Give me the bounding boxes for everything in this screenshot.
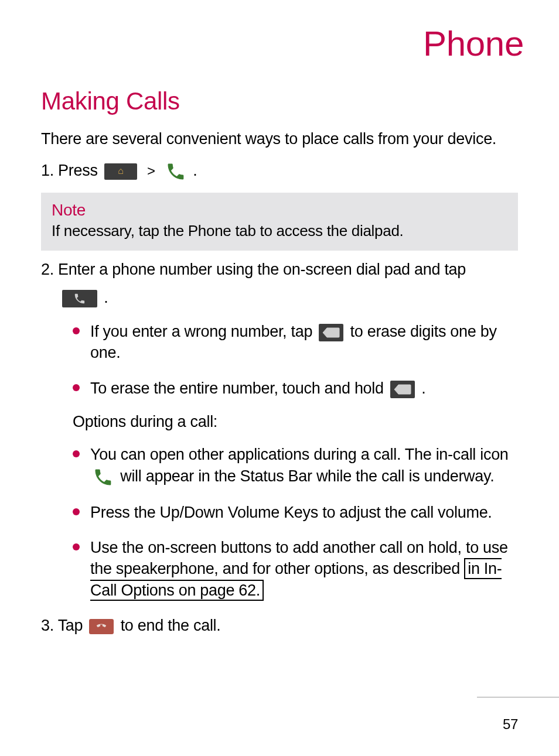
bullet-text: To erase the entire number, touch and ho… <box>90 379 388 397</box>
list-item: To erase the entire number, touch and ho… <box>73 378 518 399</box>
note-box: Note If necessary, tap the Phone tab to … <box>41 193 518 251</box>
list-item: Press the Up/Down Volume Keys to adjust … <box>73 502 518 523</box>
intro-paragraph: There are several convenient ways to pla… <box>41 128 518 149</box>
home-button-icon <box>104 163 137 180</box>
page-title: Phone <box>41 23 524 64</box>
phone-app-icon <box>165 161 186 182</box>
note-body: If necessary, tap the Phone tab to acces… <box>52 222 507 240</box>
bullet-text-b: will appear in the Status Bar while the … <box>120 467 494 485</box>
bullet-text: If you enter a wrong number, tap <box>90 323 316 340</box>
step-2-period: . <box>104 289 108 306</box>
bullet-text: You can open other applications during a… <box>90 446 509 463</box>
backspace-icon <box>319 324 343 341</box>
options-bullets: You can open other applications during a… <box>73 444 518 601</box>
step-2-icon-line: . <box>60 287 518 309</box>
step-3: 3. Tap to end the call. <box>41 615 518 637</box>
subheading-options: Options during a call: <box>73 413 518 431</box>
list-item: If you enter a wrong number, tap to eras… <box>73 321 518 364</box>
end-call-icon <box>89 619 114 634</box>
bullet-text: Use the on-screen buttons to add another… <box>90 539 508 577</box>
list-item: Use the on-screen buttons to add another… <box>73 537 518 601</box>
step-1: 1. Press > . <box>41 160 518 182</box>
call-button-icon <box>62 290 97 307</box>
step-3-text-b: to end the call. <box>121 617 221 634</box>
step-3-text-a: 3. Tap <box>41 617 87 634</box>
step-1-text: 1. Press <box>41 162 102 179</box>
note-title: Note <box>52 201 507 220</box>
arrow-gt: > <box>147 163 155 179</box>
backspace-icon <box>390 381 415 398</box>
step-2: 2. Enter a phone number using the on-scr… <box>41 259 518 281</box>
bullet-text-b: . <box>421 379 425 397</box>
in-call-status-icon <box>93 467 114 488</box>
list-item: You can open other applications during a… <box>73 444 518 487</box>
step-1-period: . <box>193 162 197 179</box>
page-number: 57 <box>503 716 518 733</box>
footer-rule <box>477 697 559 697</box>
section-heading: Making Calls <box>41 87 518 115</box>
step-2-bullets: If you enter a wrong number, tap to eras… <box>73 321 518 399</box>
